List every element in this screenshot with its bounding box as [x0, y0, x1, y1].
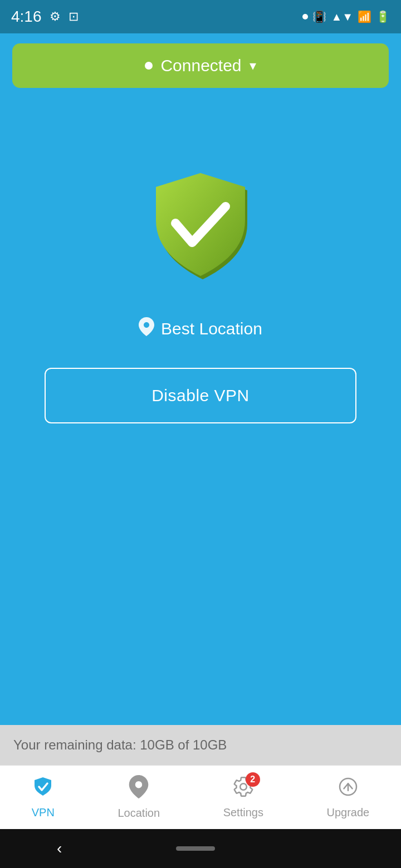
- android-nav-bar: ‹: [0, 829, 401, 868]
- shield-icon: [145, 165, 256, 287]
- settings-badge: 2: [246, 772, 260, 787]
- location-pin-icon: [139, 317, 154, 340]
- best-location-text: Best Location: [161, 319, 262, 338]
- tab-location[interactable]: Location: [118, 775, 160, 820]
- settings-icon: 2: [232, 776, 255, 803]
- chevron-down-icon: ▾: [250, 58, 256, 73]
- disable-vpn-button[interactable]: Disable VPN: [45, 368, 356, 423]
- data-remaining-bar: Your remaining data: 10GB of 10GB: [0, 725, 401, 765]
- tab-upgrade[interactable]: Upgrade: [326, 776, 369, 819]
- status-bar: 4:16 ⚙ ⊡ 📳 ▲▼ 📶 🔋: [0, 0, 401, 33]
- tab-vpn[interactable]: VPN: [32, 776, 55, 819]
- vibrate-icon: 📳: [312, 10, 326, 23]
- location-icon: [128, 775, 149, 803]
- home-pill[interactable]: [176, 846, 215, 851]
- status-time: 4:16: [11, 8, 42, 26]
- best-location-row: Best Location: [139, 317, 262, 340]
- main-content: Best Location Disable VPN: [0, 98, 401, 423]
- tab-location-label: Location: [118, 807, 160, 820]
- back-button[interactable]: ‹: [57, 840, 62, 857]
- wifi-icon: ▲▼: [331, 11, 353, 23]
- tab-vpn-label: VPN: [32, 806, 55, 819]
- connected-dot-indicator: [145, 62, 153, 70]
- data-remaining-text: Your remaining data: 10GB of 10GB: [13, 737, 227, 752]
- settings-system-icon: ⚙: [50, 9, 61, 24]
- signal-icon: 📶: [358, 10, 371, 23]
- bottom-nav: VPN Location 2 Settings Up: [0, 765, 401, 829]
- connected-banner[interactable]: Connected ▾: [12, 43, 389, 88]
- connected-label: Connected: [160, 56, 241, 75]
- connection-dot: [302, 14, 308, 19]
- status-bar-left: 4:16 ⚙ ⊡: [11, 8, 79, 26]
- tab-settings-label: Settings: [223, 806, 263, 819]
- shield-container: [145, 165, 256, 289]
- upgrade-icon: [337, 776, 359, 803]
- screen-record-icon: ⊡: [69, 9, 79, 24]
- vpn-shield-icon: [32, 776, 54, 803]
- tab-upgrade-label: Upgrade: [326, 806, 369, 819]
- battery-icon: 🔋: [376, 10, 390, 23]
- tab-settings[interactable]: 2 Settings: [223, 776, 263, 819]
- status-bar-right: 📳 ▲▼ 📶 🔋: [302, 10, 390, 23]
